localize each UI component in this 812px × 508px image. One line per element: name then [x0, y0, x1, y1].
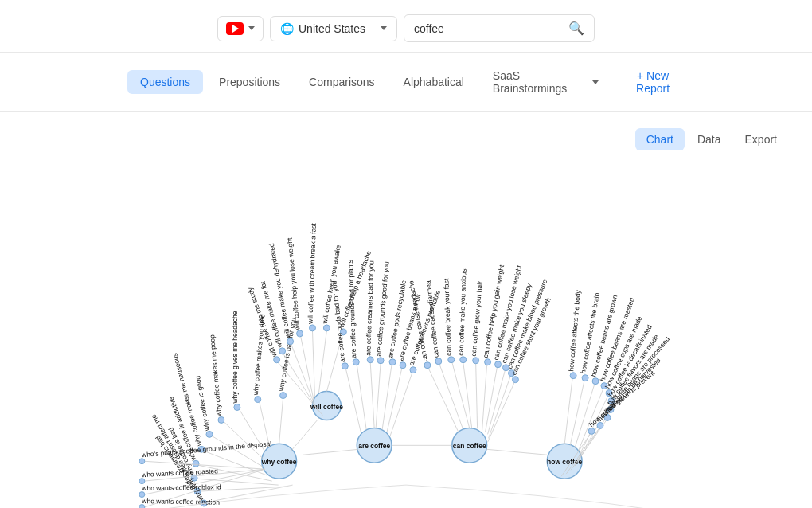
svg-point-80 — [377, 358, 384, 364]
svg-line-151 — [303, 449, 359, 455]
svg-point-77 — [342, 363, 348, 369]
search-box: 🔍 — [404, 14, 595, 42]
svg-point-14 — [218, 416, 224, 423]
visualization: .branch-text { font-size: 8.5px; font-fa… — [0, 112, 812, 508]
tab-comparisons[interactable]: Comparisons — [296, 70, 387, 94]
svg-point-122 — [570, 373, 576, 379]
svg-point-11 — [234, 404, 240, 411]
svg-point-86 — [400, 362, 406, 369]
svg-point-17 — [206, 431, 213, 437]
svg-point-23 — [193, 460, 199, 467]
svg-line-100 — [463, 362, 472, 428]
svg-text:are coffee creamers bad for yo: are coffee creamers bad for you — [364, 260, 375, 356]
svg-point-95 — [435, 358, 442, 365]
svg-line-70 — [370, 362, 374, 428]
svg-point-92 — [448, 357, 455, 363]
svg-line-61 — [291, 344, 316, 408]
platform-selector[interactable] — [217, 16, 264, 41]
svg-text:will coffee: will coffee — [310, 403, 343, 411]
svg-point-89 — [410, 367, 416, 373]
svg-line-91 — [452, 362, 470, 428]
chevron-down-icon — [248, 26, 255, 30]
tab-alphabetical[interactable]: Alphabatical — [391, 70, 477, 94]
svg-point-149 — [588, 428, 595, 434]
svg-line-4 — [279, 398, 283, 444]
svg-line-118 — [488, 382, 515, 443]
svg-line-52 — [318, 330, 326, 393]
chart-area: Chart Data Export .branch-text { font-si… — [0, 112, 812, 508]
svg-point-107 — [485, 359, 491, 365]
country-label: United States — [299, 22, 376, 35]
country-selector[interactable]: 🌐 United States — [270, 16, 397, 41]
svg-point-119 — [512, 377, 518, 383]
search-input[interactable] — [414, 22, 562, 35]
svg-line-55 — [312, 330, 314, 397]
can-branches: can coffee break your fast can coffee ca… — [407, 264, 552, 442]
nav-tabs: Questions Prepositions Comparisons Alpha… — [0, 53, 812, 112]
svg-line-112 — [488, 370, 506, 435]
svg-text:can coffee grow your hair: can coffee grow your hair — [470, 280, 484, 356]
svg-line-103 — [476, 363, 478, 429]
svg-point-65 — [279, 348, 286, 354]
country-chevron-icon — [381, 26, 387, 30]
svg-text:can coffee make you anxious: can coffee make you anxious — [457, 268, 468, 356]
svg-line-97 — [428, 368, 459, 432]
svg-line-115 — [489, 376, 511, 439]
search-icon[interactable]: 🔍 — [568, 21, 584, 36]
svg-point-83 — [389, 359, 396, 365]
svg-point-125 — [582, 375, 588, 381]
svg-line-48 — [291, 418, 319, 451]
svg-text:how coffee affects the body: how coffee affects the body — [567, 289, 582, 372]
svg-point-35 — [139, 459, 145, 464]
header: 🌐 United States 🔍 — [0, 0, 812, 53]
svg-line-121 — [564, 378, 572, 444]
svg-line-94 — [439, 364, 463, 430]
svg-text:why coffee: why coffee — [261, 458, 297, 466]
svg-text:who wants coffee roblox id: who wants coffee roblox id — [141, 483, 221, 492]
youtube-icon — [226, 22, 244, 35]
svg-point-38 — [139, 479, 145, 484]
svg-line-106 — [482, 365, 487, 431]
svg-text:can coffee: can coffee — [453, 442, 486, 450]
svg-point-53 — [323, 325, 330, 331]
svg-point-104 — [473, 358, 479, 364]
svg-point-74 — [353, 359, 359, 365]
svg-point-98 — [424, 362, 431, 369]
svg-point-56 — [309, 325, 315, 331]
tab-questions[interactable]: Questions — [127, 70, 203, 94]
svg-point-68 — [274, 357, 280, 363]
tab-prepositions[interactable]: Prepositions — [206, 70, 293, 94]
svg-text:who wants coffee reaction: who wants coffee reaction — [141, 497, 220, 506]
svg-point-62 — [287, 338, 294, 345]
svg-point-8 — [255, 397, 261, 403]
new-report-button[interactable]: + New Report — [621, 69, 685, 95]
svg-line-124 — [570, 381, 584, 446]
svg-line-82 — [382, 365, 392, 430]
svg-point-71 — [367, 357, 373, 363]
svg-line-85 — [387, 368, 402, 432]
svg-point-5 — [280, 393, 287, 399]
svg-text:will coffee with cream break a: will coffee with cream break a fast — [306, 222, 317, 325]
tab-saas[interactable]: SaaS Brainstormings — [480, 64, 611, 100]
svg-text:are coffee: are coffee — [358, 442, 390, 450]
svg-point-44 — [139, 505, 145, 508]
svg-line-79 — [376, 363, 381, 428]
globe-icon: 🌐 — [280, 22, 294, 35]
svg-text:why coffee makes me poop: why coffee makes me poop — [208, 334, 223, 418]
saas-chevron-icon — [592, 80, 599, 84]
svg-point-59 — [297, 330, 303, 337]
svg-text:why coffee gives me headache: why coffee gives me headache — [231, 311, 239, 404]
svg-line-73 — [357, 365, 366, 430]
svg-text:can coffee break your fast: can coffee break your fast — [442, 278, 452, 356]
svg-point-101 — [460, 357, 467, 363]
how-branches: how coffee affects the body how coffee a… — [561, 289, 671, 476]
svg-line-153 — [487, 449, 548, 455]
